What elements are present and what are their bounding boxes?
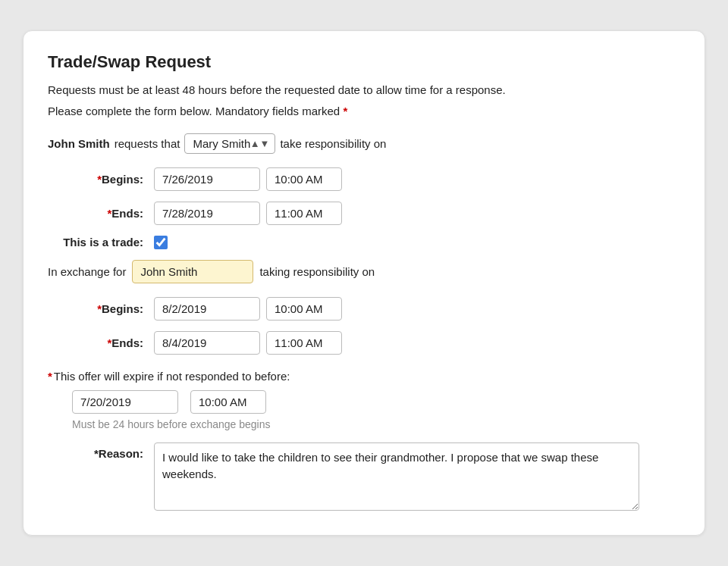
ends1-row: *Ends: — [48, 202, 680, 225]
mandatory-line: Please complete the form below. Mandator… — [48, 102, 680, 120]
expire-label-line: * This offer will expire if not responde… — [48, 370, 680, 383]
begins1-row: *Begins: — [48, 167, 680, 191]
begins2-row: *Begins: — [48, 297, 680, 321]
begins2-label: *Begins: — [48, 302, 154, 315]
expire-time-input[interactable] — [190, 390, 266, 414]
ends2-row: *Ends: — [48, 331, 680, 355]
begins1-time-input[interactable] — [266, 167, 342, 191]
description-line1: Requests must be at least 48 hours befor… — [48, 81, 680, 99]
trade-checkbox[interactable] — [154, 236, 168, 249]
ends1-time-input[interactable] — [266, 202, 342, 225]
person-select[interactable]: Mary Smith John Smith Other — [184, 133, 275, 154]
expire-section: * This offer will expire if not responde… — [48, 370, 680, 430]
trade-label: This is a trade: — [48, 236, 154, 249]
begins2-time-input[interactable] — [266, 297, 342, 321]
trade-swap-form: Trade/Swap Request Requests must be at l… — [23, 30, 705, 536]
expire-date-input[interactable] — [72, 390, 178, 414]
ends2-label: *Ends: — [48, 336, 154, 349]
page-title: Trade/Swap Request — [48, 52, 680, 72]
ends1-date-input[interactable] — [154, 202, 260, 225]
reason-textarea[interactable]: I would like to take the children to see… — [154, 442, 639, 511]
person-select-wrapper[interactable]: Mary Smith John Smith Other ▲▼ — [184, 133, 275, 154]
ends2-date-input[interactable] — [154, 331, 260, 355]
expire-inputs-row — [72, 390, 680, 414]
reason-row: *Reason: I would like to take the childr… — [48, 442, 680, 511]
exchange-name-input[interactable] — [132, 260, 253, 283]
trade-checkbox-row: This is a trade: — [48, 236, 680, 249]
begins1-date-input[interactable] — [154, 167, 260, 191]
requester-name: John Smith — [48, 137, 110, 150]
request-middle-text: requests that — [115, 137, 180, 150]
request-end-text: take responsibility on — [280, 137, 386, 150]
exchange-prefix-text: In exchange for — [48, 265, 126, 278]
reason-label: *Reason: — [48, 442, 154, 460]
ends2-time-input[interactable] — [266, 331, 342, 355]
exchange-suffix-text: taking responsibility on — [259, 265, 375, 278]
expire-label-text: This offer will expire if not responded … — [54, 370, 290, 383]
mandatory-star: * — [343, 105, 347, 117]
expire-required-star: * — [48, 370, 52, 383]
exchange-line: In exchange for taking responsibility on — [48, 260, 680, 283]
request-line: John Smith requests that Mary Smith John… — [48, 133, 680, 154]
ends1-label: *Ends: — [48, 207, 154, 220]
begins2-date-input[interactable] — [154, 297, 260, 321]
description-line2: Please complete the form below. Mandator… — [48, 105, 340, 117]
hint-text: Must be 24 hours before exchange begins — [72, 418, 680, 430]
begins1-label: *Begins: — [48, 173, 154, 186]
